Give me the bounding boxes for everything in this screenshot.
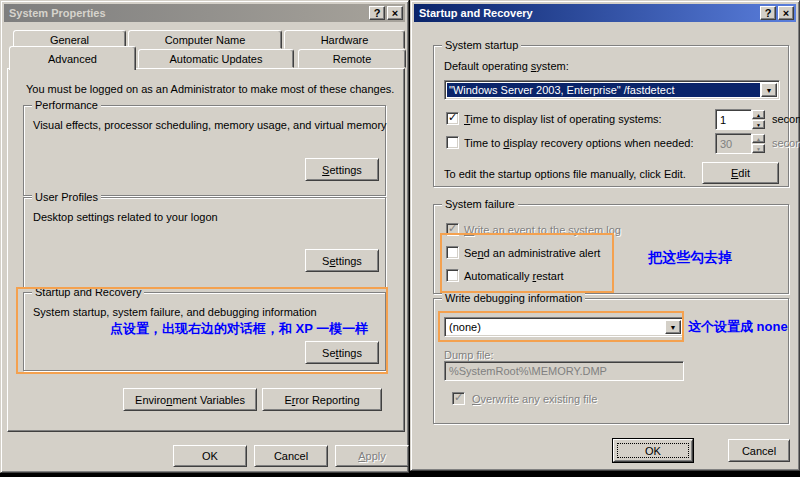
titlebar[interactable]: Startup and Recovery ? × <box>414 4 796 22</box>
close-icon[interactable]: × <box>387 6 403 20</box>
annotation-set-none: 这个设置成 none <box>688 318 788 336</box>
performance-group: Performance Visual effects, processor sc… <box>23 105 386 196</box>
dump-file-value: %SystemRoot%\MEMORY.DMP <box>449 365 607 377</box>
dialog-title: System Properties <box>9 7 106 19</box>
titlebar-buttons: ? × <box>369 6 403 20</box>
time-list-label: Time to display list of operating system… <box>464 113 662 125</box>
overwrite-label: Overwrite any existing file <box>472 393 597 405</box>
startup-recovery-description: System startup, system failure, and debu… <box>33 306 317 318</box>
system-properties-dialog: System Properties ? × General Computer N… <box>0 0 409 473</box>
performance-group-label: Performance <box>32 99 101 111</box>
tab-hardware[interactable]: Hardware <box>284 30 405 49</box>
system-startup-group: System startup Default operating system:… <box>433 45 789 187</box>
time-list-spinner[interactable]: 1 <box>715 109 765 130</box>
tab-computer-name[interactable]: Computer Name <box>128 30 282 49</box>
annotation-click-settings: 点设置，出现右边的对话框，和 XP 一模一样 <box>110 320 368 338</box>
time-recovery-value: 30 <box>715 133 752 154</box>
time-recovery-spinner: 30 <box>715 133 765 154</box>
system-startup-group-label: System startup <box>442 39 521 51</box>
debug-type-combobox[interactable]: (none) <box>444 317 684 337</box>
time-recovery-checkbox[interactable] <box>446 136 459 149</box>
help-icon[interactable]: ? <box>369 6 385 20</box>
default-os-combobox[interactable]: "Windows Server 2003, Enterprise" /fastd… <box>444 80 780 100</box>
spinner-down-icon[interactable] <box>752 120 765 129</box>
user-profiles-group-label: User Profiles <box>32 191 101 203</box>
annotation-uncheck-these: 把这些勾去掉 <box>648 249 732 267</box>
default-os-selected-value: "Windows Server 2003, Enterprise" /fastd… <box>447 83 760 97</box>
tab-automatic-updates[interactable]: Automatic Updates <box>138 49 294 68</box>
startup-recovery-dialog: Startup and Recovery ? × System startup … <box>410 0 800 471</box>
auto-restart-label: Automatically restart <box>464 270 564 282</box>
user-profiles-description: Desktop settings related to your logon <box>33 211 218 223</box>
admin-notice-text: You must be logged on as an Administrato… <box>26 83 394 95</box>
edit-hint-text: To edit the startup options file manuall… <box>444 168 686 180</box>
time-list-value[interactable]: 1 <box>715 109 752 130</box>
time-recovery-label: Time to display recovery options when ne… <box>464 137 694 149</box>
ok-button[interactable]: OK <box>613 439 693 462</box>
time-list-unit: seconds <box>772 113 800 125</box>
startup-recovery-group-label: Startup and Recovery <box>32 286 144 298</box>
ok-button[interactable]: OK <box>173 445 247 467</box>
error-reporting-button[interactable]: Error Reporting <box>262 388 382 411</box>
send-alert-checkbox[interactable] <box>446 246 459 259</box>
send-alert-label: Send an administrative alert <box>464 247 600 259</box>
write-debug-group-label: Write debugging information <box>442 292 585 304</box>
help-icon[interactable]: ? <box>760 6 776 20</box>
titlebar-buttons: ? × <box>760 6 794 20</box>
chevron-down-icon[interactable] <box>665 320 681 334</box>
startup-recovery-group: Startup and Recovery System startup, sys… <box>23 292 386 371</box>
chevron-down-icon[interactable] <box>761 83 777 97</box>
dump-file-label: Dump file: <box>444 349 494 361</box>
edit-button[interactable]: Edit <box>702 162 779 184</box>
startup-recovery-settings-button[interactable]: Settings <box>305 341 379 364</box>
cancel-button[interactable]: Cancel <box>254 445 328 467</box>
system-failure-group-label: System failure <box>442 198 518 210</box>
time-recovery-unit: seconds <box>772 137 800 149</box>
system-failure-group: System failure Write an event to the sys… <box>433 204 789 294</box>
titlebar[interactable]: System Properties ? × <box>4 4 405 22</box>
cancel-button[interactable]: Cancel <box>728 439 790 462</box>
default-os-label: Default operating system: <box>444 60 569 72</box>
user-profiles-group: User Profiles Desktop settings related t… <box>23 197 386 288</box>
write-event-checkbox <box>446 223 459 236</box>
auto-restart-checkbox[interactable] <box>446 269 459 282</box>
overwrite-checkbox <box>452 392 465 405</box>
apply-button: Apply <box>335 445 409 467</box>
tab-advanced[interactable]: Advanced <box>9 46 136 70</box>
spinner-down-icon <box>752 144 765 153</box>
write-debug-group: Write debugging information (none) Dump … <box>433 298 789 424</box>
dump-file-input: %SystemRoot%\MEMORY.DMP <box>444 361 684 381</box>
debug-type-selected-value: (none) <box>449 321 481 333</box>
time-list-checkbox[interactable] <box>446 112 459 125</box>
tab-remote[interactable]: Remote <box>298 49 406 68</box>
user-profiles-settings-button[interactable]: Settings <box>305 249 379 272</box>
environment-variables-button[interactable]: Environment Variables <box>123 388 257 411</box>
performance-description: Visual effects, processor scheduling, me… <box>33 119 387 131</box>
dialog-title: Startup and Recovery <box>419 7 533 19</box>
spinner-up-icon <box>752 134 765 143</box>
performance-settings-button[interactable]: Settings <box>305 158 379 181</box>
write-event-label: Write an event to the system log <box>464 224 621 236</box>
close-icon[interactable]: × <box>778 6 794 20</box>
spinner-up-icon[interactable] <box>752 110 765 119</box>
